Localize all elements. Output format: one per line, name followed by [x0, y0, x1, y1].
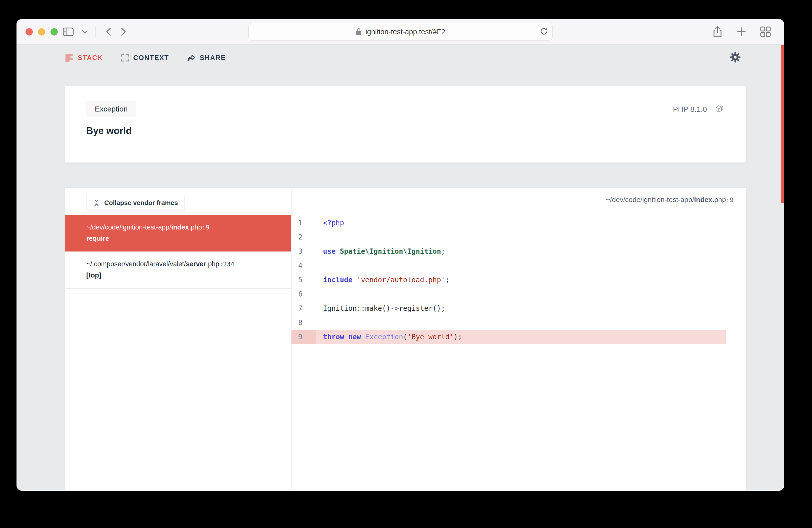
ignition-nav: STACK CONTEXT [65, 50, 742, 65]
toolbar-separator [96, 26, 96, 37]
tab-context[interactable]: CONTEXT [121, 54, 169, 62]
frame-line-number: :234 [219, 261, 234, 268]
collapse-vertical-icon [93, 199, 100, 206]
code-token: ; [441, 247, 445, 255]
code-line: 4 [291, 259, 726, 273]
toolbar-right-icons [712, 19, 771, 44]
laravel-logo-icon [714, 104, 725, 115]
php-version-label: PHP 8.1.0 [673, 105, 707, 114]
code-token: ( [403, 333, 407, 341]
code-text [316, 230, 323, 244]
code-text: use Spatie\Ignition\Ignition; [316, 244, 445, 259]
scroll-indicator[interactable] [781, 45, 784, 203]
exception-class-badge: Exception [86, 101, 136, 117]
code-text [316, 287, 323, 301]
chevron-down-icon[interactable] [82, 29, 88, 34]
frame-file-name: server [186, 260, 206, 268]
zoom-button[interactable] [50, 28, 58, 35]
code-file-name: index [694, 196, 712, 204]
browser-toolbar: ignition-test-app.test/#F2 [16, 19, 784, 45]
share-arrow-icon [187, 54, 195, 61]
nav-tabs: STACK CONTEXT [65, 50, 742, 65]
stack-frames-list: ~/dev/code/ignition-test-app/index.php:9… [65, 215, 291, 289]
reload-icon[interactable] [539, 26, 548, 36]
code-line: 2 [291, 230, 726, 244]
code-token: new [348, 333, 361, 341]
stack-lines-icon [65, 54, 73, 61]
code-line: 3use Spatie\Ignition\Ignition; [291, 244, 726, 259]
line-number: 1 [291, 216, 316, 230]
code-text [316, 259, 323, 273]
frame-file-ext: .php [189, 223, 202, 231]
code-token [352, 276, 357, 284]
frame-path: ~/dev/code/ignition-test-app/index.php:9 [86, 223, 281, 232]
code-token: \ [365, 247, 369, 255]
back-icon[interactable] [105, 26, 112, 37]
code-token [361, 333, 365, 341]
collapse-vendor-frames-button[interactable]: Collapse vendor frames [86, 195, 185, 211]
tab-share[interactable]: SHARE [187, 54, 226, 62]
browser-window: ignition-test-app.test/#F2 [16, 19, 784, 491]
code-panel: ~/dev/code/ignition-test-app/index.php:9… [291, 188, 746, 491]
forward-icon[interactable] [120, 26, 127, 37]
code-file-path-prefix: ~/dev/code/ignition-test-app/ [606, 196, 694, 204]
line-number: 7 [291, 301, 316, 316]
new-tab-icon[interactable] [736, 26, 747, 37]
frame-path-prefix: ~/.composer/vendor/laravel/valet/ [86, 260, 186, 268]
tab-context-label: CONTEXT [133, 54, 169, 62]
stack-frame[interactable]: ~/dev/code/ignition-test-app/index.php:9… [65, 215, 291, 251]
address-bar[interactable]: ignition-test-app.test/#F2 [248, 23, 552, 41]
share-upload-icon[interactable] [712, 25, 723, 38]
code-line: 8 [291, 316, 726, 330]
stack-frames-sidebar: Collapse vendor frames ~/dev/code/igniti… [65, 188, 291, 491]
exception-message: Bye world [86, 126, 132, 136]
code-token: Ignition [369, 247, 403, 255]
tab-share-label: SHARE [200, 54, 226, 62]
code-text: include 'vendor/autoload.php'; [316, 273, 450, 287]
line-number: 5 [291, 273, 316, 287]
frame-path-prefix: ~/dev/code/ignition-test-app/ [86, 223, 171, 231]
code-token [344, 333, 348, 341]
code-line: 1<?php [291, 216, 726, 230]
minimize-button[interactable] [38, 28, 45, 35]
frame-method: require [86, 235, 281, 243]
code-token: Ignition [407, 247, 441, 255]
code-token: ); [454, 333, 462, 341]
code-token: 'vendor/autoload.php' [357, 276, 445, 284]
code-text: Ignition::make()->register(); [316, 301, 445, 316]
frame-file-ext: .php [206, 260, 219, 268]
code-token: ; [445, 276, 450, 284]
code-token: Ignition::make()->register(); [323, 304, 445, 312]
stack-frame[interactable]: ~/.composer/vendor/laravel/valet/server.… [65, 251, 291, 289]
line-number: 8 [291, 316, 316, 330]
frame-file-name: index [171, 223, 189, 231]
collapse-vendor-frames-label: Collapse vendor frames [104, 199, 178, 207]
lock-icon [356, 28, 362, 36]
code-token: <?php [323, 219, 344, 227]
settings-button[interactable] [729, 51, 742, 64]
code-text [316, 316, 323, 330]
code-token [336, 247, 340, 255]
close-button[interactable] [26, 28, 33, 35]
code-token: Spatie [340, 247, 365, 255]
sidebar-toggle-icon[interactable] [62, 27, 74, 37]
code-line: 5include 'vendor/autoload.php'; [291, 273, 726, 287]
context-brackets-icon [121, 54, 129, 62]
code-line: 9throw new Exception('Bye world'); [291, 330, 726, 344]
gear-icon [730, 52, 741, 63]
tab-overview-icon[interactable] [760, 26, 771, 38]
tab-stack-label: STACK [78, 54, 103, 62]
code-token: use [323, 247, 336, 255]
code-file-ext: .php [712, 196, 726, 204]
url-text: ignition-test-app.test/#F2 [365, 28, 445, 36]
frame-path: ~/.composer/vendor/laravel/valet/server.… [86, 260, 281, 268]
code-line: 6 [291, 287, 726, 301]
php-version-meta: PHP 8.1.0 [673, 104, 725, 115]
code-line: 7Ignition::make()->register(); [291, 301, 726, 316]
code-block: 1<?php23use Spatie\Ignition\Ignition;45i… [291, 216, 746, 344]
code-token: \ [403, 247, 407, 255]
code-text: <?php [316, 216, 344, 230]
desktop-background: { "browser": { "url": "ignition-test-app… [0, 0, 812, 528]
code-token: throw [323, 333, 344, 341]
tab-stack[interactable]: STACK [65, 54, 103, 62]
